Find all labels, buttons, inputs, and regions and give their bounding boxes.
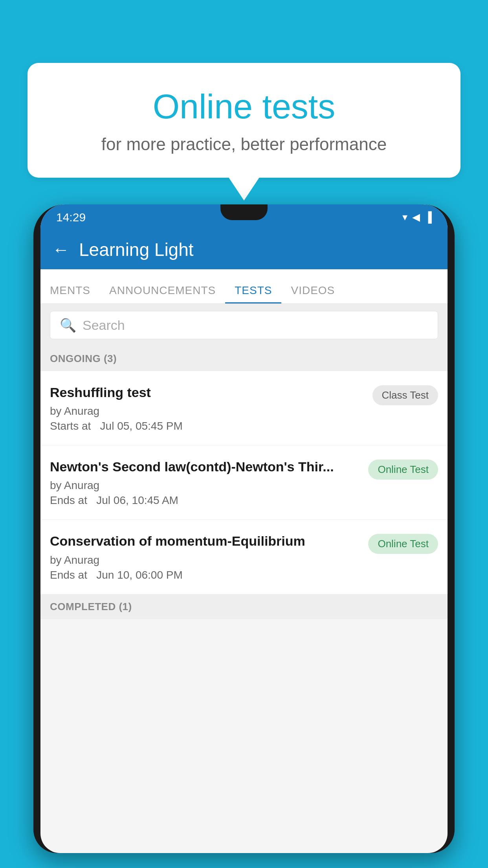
test-item-3[interactable]: Conservation of momentum-Equilibrium by …	[40, 520, 448, 594]
test-list: Reshuffling test by Anurag Starts at Jul…	[40, 371, 448, 594]
test-by-1: by Anurag	[50, 405, 365, 417]
search-input[interactable]: Search	[83, 318, 125, 333]
test-time-value-2: Jul 06, 10:45 AM	[96, 494, 178, 506]
test-info-2: Newton's Second law(contd)-Newton's Thir…	[50, 458, 368, 507]
speech-bubble: Online tests for more practice, better p…	[28, 63, 460, 178]
speech-bubble-subtitle: for more practice, better performance	[59, 134, 429, 154]
wifi-icon: ▾	[402, 211, 407, 223]
phone-screen: 14:29 ▾ ◀ ▐ ← Learning Light MENTS ANNOU…	[40, 204, 448, 853]
status-icons: ▾ ◀ ▐	[402, 211, 432, 223]
test-item-1[interactable]: Reshuffling test by Anurag Starts at Jul…	[40, 371, 448, 445]
phone-container: 14:29 ▾ ◀ ▐ ← Learning Light MENTS ANNOU…	[33, 204, 455, 868]
phone-notch	[220, 204, 268, 220]
app-title: Learning Light	[79, 239, 194, 260]
completed-section-header: COMPLETED (1)	[40, 594, 448, 619]
tab-tests[interactable]: TESTS	[225, 269, 281, 303]
test-time-value-3: Jun 10, 06:00 PM	[96, 569, 182, 581]
speech-bubble-arrow	[228, 177, 260, 200]
test-by-3: by Anurag	[50, 554, 360, 566]
test-info-1: Reshuffling test by Anurag Starts at Jul…	[50, 384, 372, 432]
phone-frame: 14:29 ▾ ◀ ▐ ← Learning Light MENTS ANNOU…	[33, 204, 455, 853]
speech-bubble-section: Online tests for more practice, better p…	[28, 63, 460, 200]
app-header: ← Learning Light	[40, 230, 448, 269]
search-bar[interactable]: 🔍 Search	[50, 311, 438, 339]
test-by-2: by Anurag	[50, 479, 360, 492]
search-icon: 🔍	[60, 317, 76, 333]
test-time-label-1: Starts at	[50, 420, 91, 432]
tabs-bar: MENTS ANNOUNCEMENTS TESTS VIDEOS	[40, 269, 448, 304]
status-time: 14:29	[56, 211, 86, 224]
test-time-2: Ends at Jul 06, 10:45 AM	[50, 494, 360, 507]
speech-bubble-title: Online tests	[59, 86, 429, 127]
tab-announcements[interactable]: ANNOUNCEMENTS	[100, 269, 225, 303]
test-item-2[interactable]: Newton's Second law(contd)-Newton's Thir…	[40, 445, 448, 520]
ongoing-section-header: ONGOING (3)	[40, 346, 448, 371]
test-info-3: Conservation of momentum-Equilibrium by …	[50, 532, 368, 581]
test-time-label-3: Ends at	[50, 569, 87, 581]
test-time-label-2: Ends at	[50, 494, 87, 506]
signal-icon: ◀	[412, 211, 420, 223]
tab-ments[interactable]: MENTS	[40, 269, 100, 303]
test-name-3: Conservation of momentum-Equilibrium	[50, 532, 360, 550]
back-button[interactable]: ←	[52, 240, 70, 259]
test-time-3: Ends at Jun 10, 06:00 PM	[50, 569, 360, 581]
test-name-2: Newton's Second law(contd)-Newton's Thir…	[50, 458, 360, 475]
test-time-value-1: Jul 05, 05:45 PM	[100, 420, 183, 432]
test-badge-3: Online Test	[368, 534, 438, 554]
test-time-1: Starts at Jul 05, 05:45 PM	[50, 420, 365, 432]
tab-videos[interactable]: VIDEOS	[281, 269, 344, 303]
test-name-1: Reshuffling test	[50, 384, 365, 401]
battery-icon: ▐	[425, 211, 432, 223]
test-badge-1: Class Test	[372, 385, 438, 405]
test-badge-2: Online Test	[368, 460, 438, 480]
search-container: 🔍 Search	[40, 304, 448, 346]
